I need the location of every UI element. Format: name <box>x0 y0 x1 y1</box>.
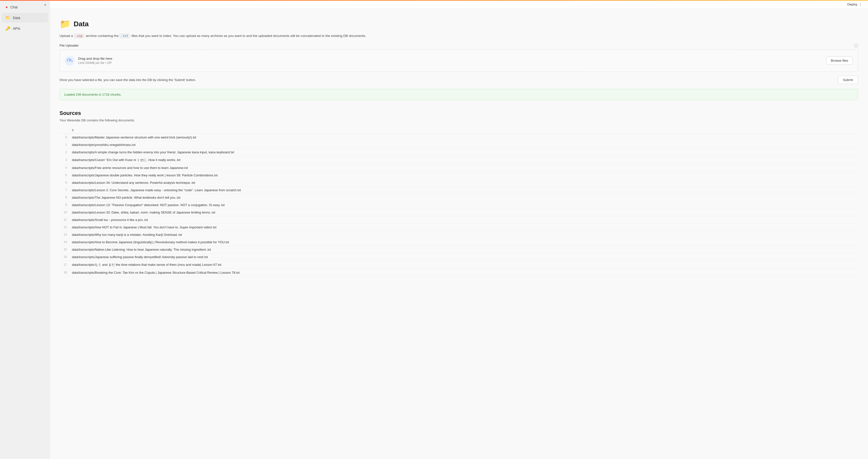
submit-description: Once you have selected a file, you can s… <box>60 78 838 82</box>
row-path: data/transcripts/Lesson 33: Dake, shika,… <box>69 208 858 216</box>
apis-icon: 🔑 <box>5 26 10 31</box>
row-number: 7 <box>60 186 69 194</box>
sidebar-item-apis[interactable]: 🔑 APIs <box>1 24 48 33</box>
row-path: data/transcripts/Lesson 13: "Passive Con… <box>69 201 858 208</box>
table-row: 8data/transcripts/The Japanese NO partic… <box>60 194 858 201</box>
row-path: data/transcripts/How NOT to Fail in Japa… <box>69 223 858 231</box>
row-path: data/transcripts/Cussin' 'Em Out with Ku… <box>69 156 858 164</box>
drag-drop-text: Drag and drop file here <box>78 57 112 60</box>
row-number: 13 <box>60 231 69 238</box>
row-number: 17 <box>60 261 69 269</box>
row-path: data/transcripts/How to Become Japanese … <box>69 238 858 246</box>
row-path: data/transcripts/Lesson 2: Core Secrets.… <box>69 186 858 194</box>
table-row: 9data/transcripts/Lesson 13: "Passive Co… <box>60 201 858 208</box>
row-number: 9 <box>60 201 69 208</box>
row-number: 5 <box>60 171 69 179</box>
upload-cloud-icon <box>65 56 74 66</box>
limit-text: Limit 200MB per file • ZIP <box>78 61 112 65</box>
dropzone[interactable]: Drag and drop file here Limit 200MB per … <box>60 50 858 72</box>
row-number: 12 <box>60 223 69 231</box>
row-path: data/transcripts/Small tsu - pronounce i… <box>69 216 858 223</box>
page-title-icon: 📁 <box>60 19 71 29</box>
table-row: 12data/transcripts/How NOT to Fail in Ja… <box>60 223 858 231</box>
close-button[interactable]: × <box>44 3 46 7</box>
row-path: data/transcripts/A simple change turns t… <box>69 149 858 156</box>
table-header-path: 0 <box>69 127 858 134</box>
sidebar: × ● Chat 📁 Data 🔑 APIs <box>0 0 50 459</box>
table-row: 16data/transcripts/Japanese suffering pa… <box>60 253 858 261</box>
table-row: 10data/transcripts/Lesson 33: Dake, shik… <box>60 208 858 216</box>
sidebar-item-data[interactable]: 📁 Data <box>1 13 48 23</box>
sources-title: Sources <box>60 110 858 117</box>
txt-tag: .txt <box>120 34 130 38</box>
row-number: 8 <box>60 194 69 201</box>
data-icon: 📁 <box>5 15 10 20</box>
sidebar-item-label-chat: Chat <box>10 5 18 9</box>
row-path: data/transcripts/yoroshiku onegaishimasu… <box>69 141 858 149</box>
row-number: 6 <box>60 179 69 186</box>
table-row: 3data/transcripts/Cussin' 'Em Out with K… <box>60 156 858 164</box>
table-row: 5data/transcripts/Japanese double partic… <box>60 171 858 179</box>
row-path: data/transcripts/Lesson 34: Understand a… <box>69 179 858 186</box>
table-row: 6data/transcripts/Lesson 34: Understand … <box>60 179 858 186</box>
row-path: data/transcripts/Japanese suffering pass… <box>69 253 858 261</box>
table-row: 15data/transcripts/Native-Like Listening… <box>60 246 858 253</box>
info-icon[interactable]: i <box>854 43 858 47</box>
deploy-label: Deploy <box>847 2 857 6</box>
row-path: data/transcripts/Japanese double particl… <box>69 171 858 179</box>
sidebar-item-chat[interactable]: ● Chat <box>1 2 48 12</box>
table-row: 7data/transcripts/Lesson 2: Core Secrets… <box>60 186 858 194</box>
table-row: 11data/transcripts/Small tsu - pronounce… <box>60 216 858 223</box>
success-banner: Loaded 156 documents in 1718 chunks. <box>60 89 858 100</box>
sources-description: Your Weaviate DB contains the following … <box>60 119 858 122</box>
page-title: Data <box>74 20 89 28</box>
dropzone-text-block: Drag and drop file here Limit 200MB per … <box>78 57 112 65</box>
browse-files-button[interactable]: Browse files <box>826 57 853 65</box>
submit-row: Once you have selected a file, you can s… <box>60 76 858 84</box>
loading-bar <box>0 0 868 1</box>
sidebar-item-label-apis: APIs <box>13 27 20 30</box>
table-row: 4data/transcripts/Free anime resources a… <box>60 164 858 171</box>
row-number: 15 <box>60 246 69 253</box>
row-number: 0 <box>60 133 69 141</box>
sidebar-item-label-data: Data <box>13 16 20 20</box>
table-row: 2data/transcripts/A simple change turns … <box>60 149 858 156</box>
row-path: data/transcripts/Native-Like Listening: … <box>69 246 858 253</box>
deploy-button[interactable]: Deploy ⋮ <box>845 1 864 7</box>
main-content: 📁 Data Upload a .zip -archive containing… <box>50 9 868 459</box>
menu-icon: ⋮ <box>859 2 862 6</box>
row-number: 18 <box>60 269 69 276</box>
submit-button[interactable]: Submit <box>838 76 858 84</box>
row-path: data/transcripts/Free anime resources an… <box>69 164 858 171</box>
row-number: 3 <box>60 156 69 164</box>
chat-icon: ● <box>5 5 8 9</box>
row-number: 4 <box>60 164 69 171</box>
top-bar: Deploy ⋮ <box>50 0 868 9</box>
zip-tag: .zip <box>74 34 84 38</box>
table-row: 13data/transcripts/Why too many kanji is… <box>60 231 858 238</box>
sources-table: 0 0data/transcripts/Master Japanese sent… <box>60 127 858 276</box>
row-number: 16 <box>60 253 69 261</box>
row-path: data/transcripts/もう and まだ the time-rela… <box>69 261 858 269</box>
page-description: Upload a .zip -archive containing the .t… <box>60 33 858 39</box>
row-path: data/transcripts/Breaking the Core: Tae … <box>69 269 858 276</box>
row-number: 10 <box>60 208 69 216</box>
row-path: data/transcripts/The Japanese NO particl… <box>69 194 858 201</box>
row-number: 14 <box>60 238 69 246</box>
row-number: 2 <box>60 149 69 156</box>
table-row: 18data/transcripts/Breaking the Core: Ta… <box>60 269 858 276</box>
table-row: 0data/transcripts/Master Japanese senten… <box>60 133 858 141</box>
page-title-row: 📁 Data <box>60 19 858 29</box>
row-path: data/transcripts/Why too many kanji is a… <box>69 231 858 238</box>
table-row: 17data/transcripts/もう and まだ the time-re… <box>60 261 858 269</box>
table-row: 14data/transcripts/How to Become Japanes… <box>60 238 858 246</box>
table-row: 1data/transcripts/yoroshiku onegaishimas… <box>60 141 858 149</box>
file-uploader-label: File Uploader i <box>60 43 858 47</box>
dropzone-left: Drag and drop file here Limit 200MB per … <box>65 56 112 66</box>
row-number: 1 <box>60 141 69 149</box>
row-number: 11 <box>60 216 69 223</box>
row-path: data/transcripts/Master Japanese sentenc… <box>69 133 858 141</box>
table-header-index <box>60 127 69 134</box>
